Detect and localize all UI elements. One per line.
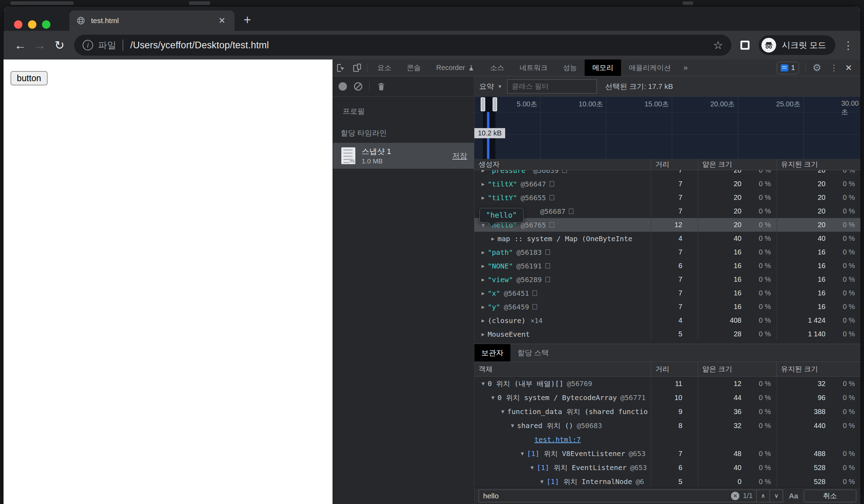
snapshot-save-link[interactable]: 저장 bbox=[452, 151, 467, 161]
collapse-arrow-icon[interactable]: ▼ bbox=[508, 422, 517, 429]
preview-box-icon[interactable] bbox=[532, 304, 537, 309]
tab-performance[interactable]: 성능 bbox=[555, 59, 585, 76]
expand-arrow-icon[interactable]: ▶ bbox=[479, 249, 488, 255]
collapse-arrow-icon[interactable]: ▼ bbox=[498, 408, 507, 415]
table-row[interactable]: ▼shared 위치 ()@50683 8 320 % 4400 % bbox=[474, 419, 860, 433]
expand-arrow-icon[interactable]: ▶ bbox=[479, 331, 488, 337]
tab-elements[interactable]: 요소 bbox=[370, 59, 399, 76]
browser-tab[interactable]: test.html ✕ bbox=[69, 10, 235, 31]
table-row[interactable]: ▼[1] 위치 V8EventListener@653 7 480 % 4880… bbox=[474, 447, 860, 461]
expand-arrow-icon[interactable]: ▶ bbox=[479, 290, 488, 296]
record-button[interactable] bbox=[339, 82, 347, 91]
column-constructor[interactable]: 생성자 bbox=[474, 160, 651, 169]
preview-box-icon[interactable] bbox=[545, 277, 550, 282]
table-row[interactable]: @56687 7 200 % 200 % bbox=[474, 204, 860, 218]
expand-arrow-icon[interactable]: ▶ bbox=[479, 276, 488, 283]
previous-match-button[interactable]: ∧ bbox=[756, 490, 769, 502]
tab-allocation-stack[interactable]: 할당 스택 bbox=[510, 344, 556, 362]
table-row[interactable]: ▶(closure)×14 4 4080 % 1 4240 % bbox=[474, 314, 860, 327]
inspect-element-icon[interactable] bbox=[333, 63, 349, 73]
table-row[interactable]: ▶"NONE"@56191 6 160 % 160 % bbox=[474, 259, 860, 273]
bookmark-star-icon[interactable]: ☆ bbox=[713, 38, 723, 52]
preview-box-icon[interactable] bbox=[545, 250, 550, 255]
table-row[interactable]: ▼[1] 위치 InternalNode@6 5 00 % 5280 % bbox=[474, 475, 860, 487]
preview-box-icon[interactable] bbox=[545, 263, 550, 268]
expand-arrow-icon[interactable]: ▶ bbox=[488, 236, 497, 242]
table-row[interactable]: ▶"view"@56289 7 160 % 160 % bbox=[474, 273, 860, 286]
address-bar[interactable]: i 파일 /Users/yceffort/Desktop/test.html ☆ bbox=[74, 35, 731, 56]
source-location-link[interactable]: test.html:7 bbox=[535, 435, 581, 444]
timeline-right-handle[interactable] bbox=[493, 97, 497, 111]
table-row[interactable]: ▶"tiltY"@56655 7 200 % 200 % bbox=[474, 191, 860, 204]
url-text[interactable]: /Users/yceffort/Desktop/test.html bbox=[130, 40, 709, 51]
collapse-arrow-icon[interactable]: ▼ bbox=[528, 464, 537, 471]
collapse-arrow-icon[interactable]: ▼ bbox=[479, 380, 488, 387]
site-info-icon[interactable]: i bbox=[83, 40, 93, 50]
preview-box-icon[interactable] bbox=[569, 209, 573, 214]
more-tabs-icon[interactable]: » bbox=[678, 63, 692, 72]
table-row[interactable]: ▼function_data 위치 (shared functio 9 360 … bbox=[474, 405, 860, 419]
table-row[interactable]: ▼[1] 위치 EventListener@653 6 400 % 5280 % bbox=[474, 461, 860, 475]
tab-console[interactable]: 콘솔 bbox=[399, 59, 428, 76]
tab-sources[interactable]: 소스 bbox=[482, 59, 512, 76]
browser-menu-icon[interactable]: ⋮ bbox=[843, 39, 853, 51]
issues-badge[interactable]: 1 bbox=[777, 62, 799, 74]
column-retained-size[interactable]: 유지된 크기 bbox=[776, 159, 860, 170]
minimize-window-button[interactable] bbox=[28, 20, 36, 29]
snapshot-item[interactable]: 스냅샷 1 1.0 MB 저장 bbox=[333, 143, 474, 169]
side-panel-icon[interactable] bbox=[740, 41, 750, 50]
tab-retainers[interactable]: 보관자 bbox=[474, 344, 510, 362]
column-object[interactable]: 객체 bbox=[474, 364, 651, 374]
expand-arrow-icon[interactable]: ▶ bbox=[479, 263, 488, 269]
clear-profiles-icon[interactable] bbox=[354, 82, 362, 91]
preview-box-icon[interactable] bbox=[550, 222, 554, 227]
zoom-window-button[interactable] bbox=[42, 20, 50, 29]
table-row[interactable]: ▶map :: system / Map (OneByteInte 4 400 … bbox=[474, 232, 860, 245]
timeline-left-handle[interactable] bbox=[481, 97, 485, 111]
table-row[interactable]: test.html:7 bbox=[474, 433, 860, 447]
macos-window-controls[interactable] bbox=[14, 20, 50, 29]
table-row[interactable]: ▼0 위치 (내부 배열)[]@56769 11 120 % 320 % bbox=[474, 377, 860, 391]
reload-button[interactable]: ↻ bbox=[50, 38, 69, 52]
expand-arrow-icon[interactable]: ▶ bbox=[479, 170, 488, 174]
devtools-close-icon[interactable]: ✕ bbox=[843, 63, 857, 73]
table-row[interactable]: ▶"pressure"@56639 7 200 % 200 % bbox=[474, 170, 860, 177]
tab-application[interactable]: 애플리케이션 bbox=[621, 59, 678, 76]
table-row[interactable]: ▶"y"@56459 7 160 % 160 % bbox=[474, 300, 860, 314]
preview-box-icon[interactable] bbox=[532, 290, 537, 296]
collapse-arrow-icon[interactable]: ▼ bbox=[518, 450, 527, 457]
search-input[interactable]: hello ✕ 1/1 ∧ ∨ bbox=[479, 490, 783, 502]
trash-icon[interactable] bbox=[377, 82, 386, 91]
forward-button[interactable]: → bbox=[30, 38, 50, 52]
tab-network[interactable]: 네트워크 bbox=[512, 59, 555, 76]
back-button[interactable]: ← bbox=[11, 38, 30, 52]
table-row[interactable]: ▶MouseEvent 5 280 % 1 1400 % bbox=[474, 327, 860, 341]
column-shallow-size[interactable]: 얕은 크기 bbox=[698, 362, 776, 376]
collapse-arrow-icon[interactable]: ▼ bbox=[537, 478, 546, 485]
expand-arrow-icon[interactable]: ▶ bbox=[479, 195, 488, 201]
next-match-button[interactable]: ∨ bbox=[769, 490, 783, 502]
close-window-button[interactable] bbox=[14, 20, 22, 29]
expand-arrow-icon[interactable]: ▶ bbox=[479, 181, 488, 187]
column-shallow-size[interactable]: 얕은 크기 bbox=[698, 159, 776, 170]
class-filter-input[interactable] bbox=[507, 79, 597, 93]
table-row[interactable]: ▶"path"@56183 7 160 % 160 % bbox=[474, 245, 860, 259]
column-distance[interactable]: 거리 bbox=[651, 159, 698, 170]
preview-box-icon[interactable] bbox=[550, 195, 554, 200]
cancel-search-button[interactable]: 취소 bbox=[804, 490, 856, 502]
preview-box-icon[interactable] bbox=[550, 181, 554, 187]
table-row[interactable]: ▼0 위치 system / BytecodeArray@56771 10 44… bbox=[474, 391, 860, 405]
page-button[interactable]: button bbox=[11, 71, 48, 85]
table-row[interactable]: ▼"hello"@56765 12 200 % 200 % bbox=[474, 218, 860, 232]
collapse-arrow-icon[interactable]: ▼ bbox=[488, 394, 497, 401]
allocation-timeline-chart[interactable]: 10.2 kB 5.00초10.00초15.00초20.00초25.00초30.… bbox=[474, 97, 860, 159]
collapse-arrow-icon[interactable]: ▼ bbox=[479, 222, 488, 228]
tab-recorder[interactable]: Recorder bbox=[428, 59, 482, 76]
settings-gear-icon[interactable]: ⚙ bbox=[809, 62, 825, 74]
clear-search-icon[interactable]: ✕ bbox=[731, 492, 739, 500]
table-row[interactable]: ▶"tiltX"@56647 7 200 % 200 % bbox=[474, 177, 860, 191]
expand-arrow-icon[interactable]: ▶ bbox=[479, 317, 488, 324]
column-distance[interactable]: 거리 bbox=[651, 362, 698, 376]
new-tab-button[interactable]: + bbox=[244, 13, 251, 27]
perspective-dropdown[interactable]: 요약 ▼ bbox=[479, 82, 502, 91]
